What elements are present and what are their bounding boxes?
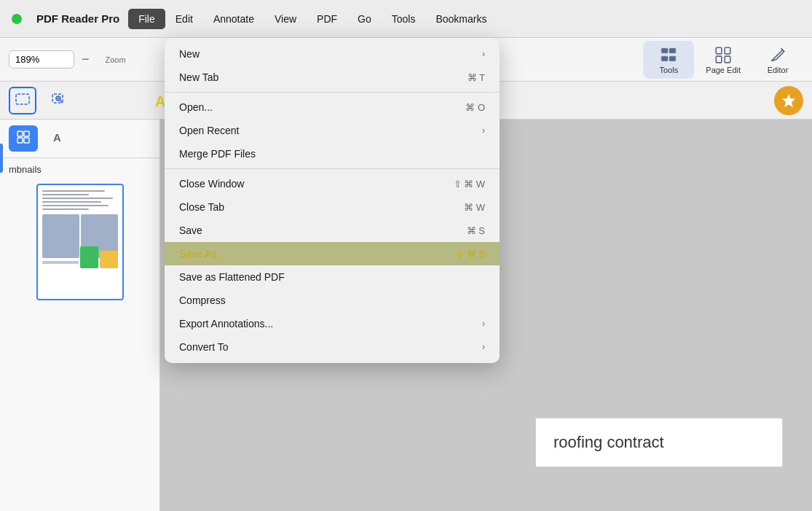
menu-tools[interactable]: Tools xyxy=(382,9,426,29)
menu-bookmarks[interactable]: Bookmarks xyxy=(425,9,497,29)
menu-item-open-shortcut: ⌘ O xyxy=(465,102,485,113)
menu-item-convert-arrow: › xyxy=(482,342,485,352)
svg-rect-21 xyxy=(24,138,29,143)
menu-item-save-as-shortcut: ⇧ ⌘ S xyxy=(456,249,485,260)
traffic-lights xyxy=(0,14,22,24)
svg-rect-19 xyxy=(24,131,29,136)
menu-item-save-shortcut: ⌘ S xyxy=(467,225,485,236)
menu-item-merge-pdf-label: Merge PDF Files xyxy=(179,148,256,160)
menu-item-open-label: Open... xyxy=(179,101,213,113)
menu-item-new-label: New xyxy=(179,48,200,60)
svg-rect-0 xyxy=(662,48,669,53)
editor-button[interactable]: Editor xyxy=(752,41,803,79)
menu-item-close-tab[interactable]: Close Tab ⌘ W xyxy=(165,195,500,219)
page-edit-label: Page Edit xyxy=(706,66,741,74)
menu-item-compress-label: Compress xyxy=(179,294,226,306)
zoom-select[interactable]: 189% 100% 150% xyxy=(9,50,74,69)
menu-item-close-window-shortcut: ⇧ ⌘ W xyxy=(454,179,486,190)
menu-item-open[interactable]: Open... ⌘ O xyxy=(165,95,500,119)
menu-item-compress[interactable]: Compress xyxy=(165,289,500,312)
sidebar-tabs: A xyxy=(0,120,159,158)
menu-item-merge-pdf[interactable]: Merge PDF Files xyxy=(165,142,500,165)
app-title: PDF Reader Pro xyxy=(31,12,125,25)
menu-go[interactable]: Go xyxy=(347,9,382,29)
editor-label: Editor xyxy=(768,66,789,74)
menu-item-close-window[interactable]: Close Window ⇧ ⌘ W xyxy=(165,172,500,195)
page-thumbnail[interactable] xyxy=(36,184,124,300)
menu-item-new-tab[interactable]: New Tab ⌘ T xyxy=(165,66,500,89)
svg-rect-3 xyxy=(669,56,676,61)
menu-item-convert[interactable]: Convert To › xyxy=(165,335,500,359)
svg-rect-5 xyxy=(725,47,730,54)
thumbnails-tab[interactable] xyxy=(9,125,38,152)
zoom-tool-button[interactable] xyxy=(45,87,73,114)
green-traffic-light[interactable] xyxy=(12,14,22,24)
menu-item-open-recent[interactable]: Open Recent › xyxy=(165,119,500,142)
menu-item-close-tab-shortcut: ⌘ W xyxy=(464,202,485,213)
text-tab[interactable]: A xyxy=(44,125,73,152)
favorite-button[interactable] xyxy=(774,86,803,115)
menu-view[interactable]: View xyxy=(264,9,307,29)
menu-item-new-tab-shortcut: ⌘ T xyxy=(468,72,485,83)
menu-item-export-arrow: › xyxy=(482,319,485,329)
zoom-label: Zoom xyxy=(106,55,126,64)
select-tool-button[interactable] xyxy=(9,87,36,114)
menu-item-export[interactable]: Export Annotations... › xyxy=(165,312,500,335)
menu-item-close-tab-label: Close Tab xyxy=(179,201,224,213)
menu-item-convert-label: Convert To xyxy=(179,341,228,353)
menu-item-save[interactable]: Save ⌘ S xyxy=(165,219,500,242)
svg-text:A: A xyxy=(53,131,61,144)
menu-bar: File Edit Annotate View PDF Go Tools Boo… xyxy=(128,0,497,37)
tools-button[interactable]: Tools xyxy=(643,41,694,79)
blue-indicator xyxy=(0,144,3,173)
separator-2 xyxy=(165,168,500,169)
thumbnails-label: mbnails xyxy=(0,158,159,178)
tools-label: Tools xyxy=(659,66,678,74)
menu-item-open-recent-label: Open Recent xyxy=(179,125,240,136)
menu-file[interactable]: File xyxy=(128,9,165,29)
menu-item-close-window-label: Close Window xyxy=(179,178,244,190)
svg-rect-1 xyxy=(669,48,676,53)
menu-item-save-label: Save xyxy=(179,225,202,236)
pdf-text-area: roofing contract xyxy=(535,418,783,467)
zoom-control: 189% 100% 150% − xyxy=(9,50,94,69)
pdf-text: roofing contract xyxy=(553,433,664,451)
svg-rect-4 xyxy=(716,47,722,54)
page-edit-button[interactable]: Page Edit xyxy=(697,41,749,79)
menu-item-new[interactable]: New › xyxy=(165,42,500,66)
svg-rect-8 xyxy=(16,94,29,104)
menu-annotate[interactable]: Annotate xyxy=(203,9,264,29)
menu-item-save-as-label: Save As... xyxy=(179,248,225,260)
separator-1 xyxy=(165,92,500,93)
menu-edit[interactable]: Edit xyxy=(165,9,203,29)
menu-item-new-tab-label: New Tab xyxy=(179,71,218,83)
menu-item-save-as[interactable]: Save As... ⇧ ⌘ S xyxy=(165,242,500,265)
svg-rect-2 xyxy=(662,56,669,61)
svg-marker-17 xyxy=(782,94,795,107)
title-bar: PDF Reader Pro File Edit Annotate View P… xyxy=(0,0,812,38)
svg-rect-6 xyxy=(716,56,722,63)
thumbnail-area xyxy=(0,178,159,511)
svg-rect-18 xyxy=(17,131,23,136)
zoom-minus-button[interactable]: − xyxy=(77,50,94,69)
menu-pdf[interactable]: PDF xyxy=(307,9,347,29)
menu-item-new-arrow: › xyxy=(482,49,485,59)
menu-item-open-recent-arrow: › xyxy=(482,125,485,136)
menu-item-export-label: Export Annotations... xyxy=(179,318,273,329)
sidebar: A mbnails xyxy=(0,120,160,511)
right-tools: Tools Page Edit Editor xyxy=(643,41,803,79)
menu-item-save-flat-label: Save as Flattened PDF xyxy=(179,271,285,283)
svg-rect-7 xyxy=(725,56,730,63)
svg-rect-20 xyxy=(17,138,23,143)
menu-item-save-flat[interactable]: Save as Flattened PDF xyxy=(165,265,500,289)
file-dropdown-menu: New › New Tab ⌘ T Open... ⌘ O Open Recen… xyxy=(165,38,500,363)
